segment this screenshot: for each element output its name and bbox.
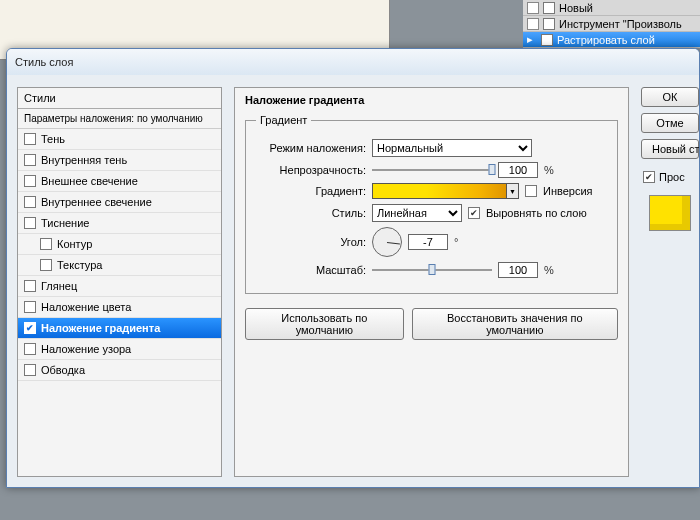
- styles-subheader[interactable]: Параметры наложения: по умолчанию: [18, 109, 221, 129]
- layer-row-selected[interactable]: ▸ Растрировать слой: [523, 32, 700, 48]
- style-item-contour[interactable]: Контур: [18, 234, 221, 255]
- style-item-pattern-overlay[interactable]: Наложение узора: [18, 339, 221, 360]
- layer-thumbnail-icon: [543, 18, 555, 30]
- style-item-shadow[interactable]: Тень: [18, 129, 221, 150]
- gradient-fieldset: Градиент Режим наложения: Нормальный Неп…: [245, 114, 618, 294]
- layer-row[interactable]: Новый: [523, 0, 700, 16]
- angle-label: Угол:: [256, 236, 366, 248]
- layer-label: Новый: [559, 2, 593, 14]
- checkbox[interactable]: [24, 175, 36, 187]
- cancel-button[interactable]: Отме: [641, 113, 699, 133]
- align-label: Выровнять по слою: [486, 207, 587, 219]
- gradient-overlay-settings: Наложение градиента Градиент Режим налож…: [234, 87, 629, 477]
- styles-list: Стили Параметры наложения: по умолчанию …: [17, 87, 222, 477]
- checkbox[interactable]: [24, 217, 36, 229]
- checkbox[interactable]: [40, 259, 52, 271]
- style-item-stroke[interactable]: Обводка: [18, 360, 221, 381]
- style-label: Наложение цвета: [41, 301, 131, 313]
- style-label: Внешнее свечение: [41, 175, 138, 187]
- preview-label: Прос: [659, 171, 685, 183]
- styles-header[interactable]: Стили: [18, 88, 221, 109]
- layer-row[interactable]: Инструмент "Произволь: [523, 16, 700, 32]
- style-label: Тень: [41, 133, 65, 145]
- align-checkbox[interactable]: [468, 207, 480, 219]
- reset-default-button[interactable]: Восстановить значения по умолчанию: [412, 308, 618, 340]
- style-item-color-overlay[interactable]: Наложение цвета: [18, 297, 221, 318]
- blend-mode-select[interactable]: Нормальный: [372, 139, 532, 157]
- style-label: Контур: [57, 238, 92, 250]
- dialog-button-column: ОК Отме Новый ст Прос: [641, 87, 699, 477]
- opacity-label: Непрозрачность:: [256, 164, 366, 176]
- make-default-button[interactable]: Использовать по умолчанию: [245, 308, 404, 340]
- percent-label: %: [544, 264, 554, 276]
- checkbox[interactable]: [24, 154, 36, 166]
- style-label: Наложение узора: [41, 343, 131, 355]
- style-label: Внутреннее свечение: [41, 196, 152, 208]
- checkbox[interactable]: [24, 343, 36, 355]
- style-label: Наложение градиента: [41, 322, 160, 334]
- blend-mode-label: Режим наложения:: [256, 142, 366, 154]
- fieldset-legend: Градиент: [256, 114, 311, 126]
- opacity-input[interactable]: [498, 162, 538, 178]
- style-item-bevel[interactable]: Тиснение: [18, 213, 221, 234]
- dialog-titlebar[interactable]: Стиль слоя: [7, 49, 699, 75]
- checkbox[interactable]: [24, 301, 36, 313]
- degree-label: °: [454, 236, 458, 248]
- expand-triangle-icon[interactable]: ▸: [527, 33, 537, 46]
- style-item-inner-shadow[interactable]: Внутренняя тень: [18, 150, 221, 171]
- invert-checkbox[interactable]: [525, 185, 537, 197]
- ok-button[interactable]: ОК: [641, 87, 699, 107]
- panel-group-title: Наложение градиента: [245, 94, 618, 106]
- preview-swatch: [649, 195, 691, 231]
- style-label: Обводка: [41, 364, 85, 376]
- checkbox[interactable]: [24, 196, 36, 208]
- gradient-style-select[interactable]: Линейная: [372, 204, 462, 222]
- scale-label: Масштаб:: [256, 264, 366, 276]
- style-label: Глянец: [41, 280, 77, 292]
- checkbox[interactable]: [40, 238, 52, 250]
- layers-panel: Новый Инструмент "Произволь ▸ Растрирова…: [523, 0, 700, 48]
- style-label: Внутренняя тень: [41, 154, 127, 166]
- scale-input[interactable]: [498, 262, 538, 278]
- checkbox[interactable]: [24, 133, 36, 145]
- visibility-toggle[interactable]: [527, 18, 539, 30]
- layer-label: Растрировать слой: [557, 34, 655, 46]
- dialog-title: Стиль слоя: [15, 56, 73, 68]
- layer-thumbnail-icon: [541, 34, 553, 46]
- gradient-swatch[interactable]: [372, 183, 507, 199]
- scale-slider[interactable]: [372, 263, 492, 277]
- style-item-gradient-overlay[interactable]: Наложение градиента: [18, 318, 221, 339]
- style-label: Текстура: [57, 259, 102, 271]
- gradient-dropdown-icon[interactable]: [507, 183, 519, 199]
- checkbox[interactable]: [24, 364, 36, 376]
- style-item-satin[interactable]: Глянец: [18, 276, 221, 297]
- invert-label: Инверсия: [543, 185, 593, 197]
- style-label: Стиль:: [256, 207, 366, 219]
- style-label: Тиснение: [41, 217, 89, 229]
- style-item-texture[interactable]: Текстура: [18, 255, 221, 276]
- checkbox[interactable]: [24, 280, 36, 292]
- checkbox[interactable]: [24, 322, 36, 334]
- visibility-toggle[interactable]: [527, 2, 539, 14]
- opacity-slider[interactable]: [372, 163, 492, 177]
- new-style-button[interactable]: Новый ст: [641, 139, 699, 159]
- angle-dial[interactable]: [372, 227, 402, 257]
- style-item-inner-glow[interactable]: Внутреннее свечение: [18, 192, 221, 213]
- percent-label: %: [544, 164, 554, 176]
- layer-label: Инструмент "Произволь: [559, 18, 682, 30]
- angle-input[interactable]: [408, 234, 448, 250]
- style-item-outer-glow[interactable]: Внешнее свечение: [18, 171, 221, 192]
- layer-style-dialog: Стиль слоя Стили Параметры наложения: по…: [6, 48, 700, 488]
- layer-thumbnail-icon: [543, 2, 555, 14]
- gradient-label: Градиент:: [256, 185, 366, 197]
- preview-checkbox[interactable]: [643, 171, 655, 183]
